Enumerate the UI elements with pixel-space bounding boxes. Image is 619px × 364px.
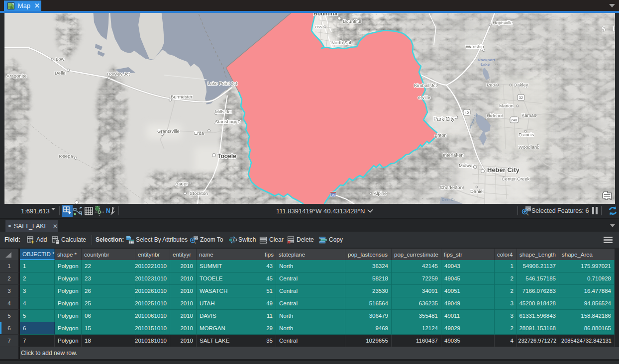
svg-text:Daniel: Daniel xyxy=(470,188,484,194)
svg-text:Hideout: Hideout xyxy=(487,113,503,118)
svg-text:Heber City: Heber City xyxy=(487,166,520,174)
svg-text:ghton: ghton xyxy=(435,132,447,138)
svg-text:Deer Cr: Deer Cr xyxy=(442,197,455,202)
svg-text:Woodland: Woodland xyxy=(518,144,540,150)
svg-text:Mills Jct: Mills Jct xyxy=(215,109,232,114)
svg-text:Lake: Lake xyxy=(481,62,490,67)
svg-text:Center Creek: Center Creek xyxy=(502,176,530,182)
svg-text:Stansbury P: Stansbury P xyxy=(215,119,241,124)
svg-text:32: 32 xyxy=(519,95,523,100)
svg-text:Rowley Jct: Rowley Jct xyxy=(107,71,130,77)
svg-text:Grantsville: Grantsville xyxy=(157,128,180,134)
svg-text:Rockport: Rockport xyxy=(478,58,495,62)
svg-text:Delle: Delle xyxy=(55,70,66,76)
svg-text:Aragonite: Aragonite xyxy=(6,73,27,79)
svg-text:Oakley: Oakley xyxy=(514,82,528,88)
svg-text:Wanship: Wanship xyxy=(466,44,484,49)
svg-text:Bauer: Bauer xyxy=(175,181,188,186)
svg-text:Marion: Marion xyxy=(499,103,514,108)
svg-text:Bountiful: Bountiful xyxy=(343,18,361,24)
svg-text:Francis: Francis xyxy=(518,132,534,137)
svg-text:Iosepa: Iosepa xyxy=(59,153,73,159)
svg-text:Erda: Erda xyxy=(194,130,205,136)
svg-text:Low: Low xyxy=(56,56,65,62)
svg-text:Interlaken: Interlaken xyxy=(443,152,464,158)
svg-text:Hoytsville: Hoytsville xyxy=(493,20,513,25)
svg-text:Alpine: Alpine xyxy=(374,190,387,196)
svg-text:Peoa: Peoa xyxy=(487,82,498,88)
svg-text:erville: erville xyxy=(418,94,430,100)
svg-text:Midway: Midway xyxy=(459,163,475,168)
svg-text:40: 40 xyxy=(465,110,469,115)
svg-text:N: N xyxy=(106,207,110,214)
svg-text:15: 15 xyxy=(331,193,335,196)
svg-text:Kamas: Kamas xyxy=(521,112,536,118)
svg-text:Charleston: Charleston xyxy=(440,184,463,190)
svg-text:North Sal: North Sal xyxy=(331,40,351,45)
svg-text:Kimball Jct: Kimball Jct xyxy=(414,83,437,88)
svg-text:Tooele: Tooele xyxy=(217,153,236,160)
svg-text:248: 248 xyxy=(511,118,517,122)
svg-text:Stockton: Stockton xyxy=(190,190,208,196)
svg-text:Burmester: Burmester xyxy=(171,94,193,99)
svg-text:Park City: Park City xyxy=(433,116,455,122)
svg-text:oss: oss xyxy=(315,24,322,29)
svg-text:Lake Point Jct: Lake Point Jct xyxy=(207,81,237,86)
